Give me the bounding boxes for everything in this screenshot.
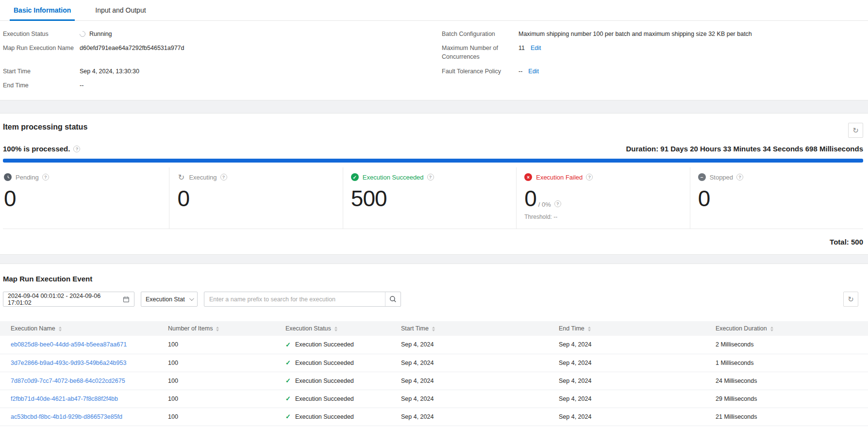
start-time-cell: Sep 4, 2024 (401, 372, 559, 390)
column-label: Execution Name (11, 325, 55, 332)
sort-icon (59, 327, 62, 331)
status-cards-row: Pending ? 0 ↻ Executing ? 0 ✓ Execution … (3, 167, 863, 229)
executing-count: 0 (177, 187, 338, 210)
start-time-row: Start Time Sep 4, 2024, 13:30:30 (3, 67, 442, 81)
execution-name-link[interactable]: 7d87c0d9-7cc7-4072-be68-64c022cd2675 (11, 378, 125, 384)
execution-name-link[interactable]: eb0825d8-bee0-44dd-a594-b5eea87aa671 (11, 341, 127, 348)
calendar-icon (123, 296, 130, 303)
col-number-of-items[interactable]: Number of Items (168, 321, 285, 336)
tab-basic-information[interactable]: Basic Information (12, 0, 73, 20)
stat-label: Execution Succeeded (363, 174, 424, 181)
col-end-time[interactable]: End Time (559, 321, 716, 336)
col-execution-name[interactable]: Execution Name (0, 321, 168, 336)
clock-icon (4, 173, 12, 181)
status-text: Running (89, 30, 112, 38)
execution-name-link[interactable]: ac53bcbd-f8bc-4b1d-929b-d866573e85fd (11, 413, 122, 420)
status-cell: ✓Execution Succeeded (285, 341, 401, 348)
status-text: Execution Succeeded (295, 360, 354, 366)
status-cell: ✓Execution Succeeded (285, 395, 401, 402)
field-label: Fault Tolerance Policy (442, 67, 518, 76)
max-concurrences-value: 11 Edit (518, 44, 541, 52)
column-label: Start Time (401, 325, 429, 332)
status-text: Execution Succeeded (295, 341, 354, 348)
help-icon[interactable]: ? (586, 174, 593, 181)
search-input[interactable] (204, 292, 385, 306)
help-icon[interactable]: ? (42, 174, 49, 181)
batch-configuration-row: Batch Configuration Maximum shipping num… (442, 30, 863, 44)
execution-status-select[interactable]: Execution Stat (141, 292, 198, 307)
minus-glyph: − (701, 175, 703, 180)
col-start-time[interactable]: Start Time (401, 321, 559, 336)
help-icon[interactable]: ? (736, 174, 743, 181)
field-label: Execution Status (3, 30, 80, 38)
field-label: Start Time (3, 67, 80, 76)
help-icon[interactable]: ? (427, 174, 434, 181)
end-time-cell: Sep 4, 2024 (559, 408, 716, 426)
start-time-cell: Sep 4, 2024 (401, 336, 559, 354)
cross-glyph: × (527, 175, 530, 180)
failed-count: 0 (524, 187, 536, 210)
check-icon: ✓ (285, 341, 291, 348)
status-cell: ✓Execution Succeeded (285, 359, 401, 366)
select-value: Execution Stat (146, 296, 185, 303)
basic-information-section: Execution Status Running Map Run Executi… (0, 21, 868, 100)
check-icon: ✓ (285, 413, 291, 420)
duration-text: Duration: 91 Days 20 Hours 33 Minutes 34… (626, 145, 863, 153)
stat-card-executing: ↻ Executing ? 0 (169, 167, 342, 229)
tab-input-and-output[interactable]: Input and Output (93, 0, 148, 20)
sort-icon (770, 327, 773, 331)
items-cell: 100 (168, 390, 285, 408)
execution-name-link[interactable]: 3d7e2866-b9ad-493c-9d93-549b6a24b953 (11, 360, 126, 366)
edit-concurrences-link[interactable]: Edit (531, 44, 541, 52)
items-cell: 100 (168, 408, 285, 426)
max-concurrences-row: Maximum Number of Concurrences 11 Edit (442, 44, 863, 67)
help-icon[interactable]: ? (554, 200, 561, 207)
table-row: eb0825d8-bee0-44dd-a594-b5eea87aa671 100… (0, 336, 868, 354)
succeeded-count: 500 (351, 187, 512, 210)
stat-card-stopped: − Stopped ? 0 (690, 167, 863, 229)
map-run-detail-page: Basic Information Input and Output Execu… (0, 0, 868, 427)
table-header-row: Execution Name Number of Items Execution… (0, 321, 868, 336)
stat-card-succeeded: ✓ Execution Succeeded ? 500 (343, 167, 516, 229)
refresh-icon: ↻ (852, 127, 859, 134)
column-label: End Time (559, 325, 584, 332)
check-icon: ✓ (285, 395, 291, 402)
value-text: 11 (518, 44, 525, 52)
status-cell: ✓Execution Succeeded (285, 413, 401, 420)
end-time-cell: Sep 4, 2024 (559, 336, 716, 354)
start-time-value: Sep 4, 2024, 13:30:30 (80, 67, 139, 76)
stat-label: Execution Failed (536, 174, 583, 181)
map-run-execution-name-value: d60efd791eae64a7292fb546531a977d (80, 44, 184, 52)
help-icon[interactable]: ? (220, 174, 227, 181)
status-text: Execution Succeeded (295, 413, 354, 420)
items-cell: 100 (168, 336, 285, 354)
col-execution-duration[interactable]: Execution Duration (716, 321, 868, 336)
refresh-button[interactable]: ↻ (848, 123, 863, 138)
date-range-picker[interactable]: 2024-09-04 00:01:02 - 2024-09-06 17:01:0… (3, 292, 134, 307)
duration-cell: 2 Milliseconds (716, 336, 868, 354)
sort-icon (432, 327, 435, 331)
sort-icon (588, 327, 591, 331)
field-label: Batch Configuration (442, 30, 518, 38)
filter-row: 2024-09-04 00:01:02 - 2024-09-06 17:01:0… (0, 292, 868, 307)
section-title: Map Run Execution Event (0, 264, 868, 283)
search-button[interactable] (385, 292, 401, 306)
basic-info-left-column: Execution Status Running Map Run Executi… (3, 30, 442, 100)
section-title: Item processing status (3, 123, 87, 131)
basic-info-right-column: Batch Configuration Maximum shipping num… (442, 30, 863, 100)
table-row: f2fbb71d-40de-4621-ab47-7f8c88f2f4bb 100… (0, 390, 868, 408)
tab-bar: Basic Information Input and Output (0, 0, 868, 21)
end-time-value: -- (80, 81, 83, 90)
loading-spinner-icon (79, 30, 87, 38)
execution-name-link[interactable]: f2fbb71d-40de-4621-ab47-7f8c88f2f4bb (11, 395, 118, 402)
field-label: End Time (3, 81, 80, 90)
x-circle-icon: × (524, 173, 532, 181)
help-icon[interactable]: ? (73, 146, 80, 152)
col-execution-status[interactable]: Execution Status (285, 321, 401, 336)
status-text: Execution Succeeded (295, 378, 354, 384)
column-label: Execution Duration (716, 325, 767, 332)
stat-card-pending: Pending ? 0 (3, 167, 169, 229)
refresh-table-button[interactable]: ↻ (843, 292, 858, 307)
edit-fault-tolerance-link[interactable]: Edit (528, 67, 539, 76)
items-cell: 100 (168, 354, 285, 372)
